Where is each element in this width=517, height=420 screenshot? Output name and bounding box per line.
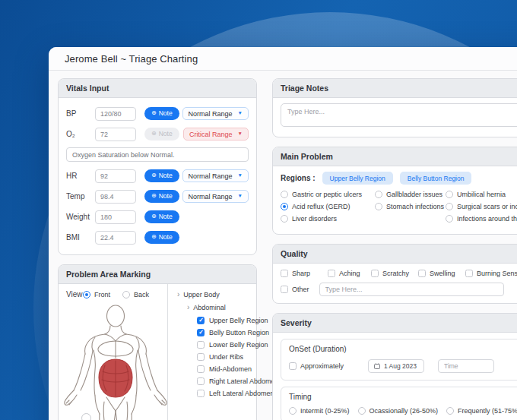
weight-value-input[interactable]: [95, 210, 136, 224]
checkbox-icon: [197, 377, 205, 385]
problem-area-title: Problem Area Marking: [59, 265, 256, 284]
region-checkbox-item[interactable]: Belly Button Region: [177, 329, 279, 336]
problem-area-panel: Problem Area Marking View Front Back: [58, 264, 257, 420]
chevron-down-icon: ▼: [238, 173, 243, 178]
vital-row-hr: HR ⊕Note Normal Range▼: [66, 166, 249, 186]
vital-row-bmi: BMI ⊕Note: [66, 227, 249, 248]
plus-circle-icon: ⊕: [151, 234, 157, 240]
region-chip[interactable]: Upper Belly Region: [322, 172, 393, 185]
checkbox-icon: [465, 270, 473, 277]
triage-notes-title: Triage Notes: [273, 79, 517, 98]
onset-time-input[interactable]: [438, 359, 494, 373]
o2-alert-note-input[interactable]: [66, 147, 249, 162]
region-checkbox-item[interactable]: Mid-Abdomen: [177, 365, 279, 373]
region-checkbox-item[interactable]: Lower Belly Region: [177, 341, 279, 349]
onset-date-picker[interactable]: 1 Aug 2023: [368, 359, 424, 373]
temp-label: Temp: [66, 192, 95, 201]
temp-range-select[interactable]: Normal Range▼: [182, 190, 249, 203]
radio-icon: [281, 191, 288, 198]
quality-title: Quality: [273, 245, 517, 264]
onset-title: OnSet (Duration): [289, 345, 517, 353]
o2-label: O₂: [66, 130, 95, 138]
plus-circle-icon: ⊕: [151, 193, 157, 199]
problem-radio-option[interactable]: Umbilical hernia: [446, 191, 517, 198]
timing-radio-option[interactable]: Ocassionally (26-50%): [358, 407, 439, 415]
hr-add-note-button[interactable]: ⊕Note: [144, 169, 179, 182]
severity-title: Severity: [273, 314, 517, 333]
bmi-value-input[interactable]: [95, 231, 136, 245]
problem-radio-option[interactable]: Acid reflux (GERD): [281, 203, 375, 210]
window-header: Jerome Bell ~ Triage Charting: [49, 47, 517, 71]
view-back-radio[interactable]: Back: [122, 291, 149, 298]
view-front-radio[interactable]: Front: [83, 291, 110, 298]
temp-add-note-button[interactable]: ⊕Note: [144, 190, 179, 203]
problem-radio-option[interactable]: Infections around the navel: [446, 215, 517, 223]
main-problem-panel: Main Problem Regions : Upper Belly Regio…: [272, 147, 517, 235]
region-checkbox-item[interactable]: Under Ribs: [177, 353, 279, 361]
radio-icon: [446, 203, 453, 210]
o2-value-input[interactable]: [95, 128, 136, 141]
chevron-right-icon: ›: [177, 291, 179, 298]
radio-icon: [358, 407, 366, 415]
triage-notes-panel: Triage Notes: [272, 78, 517, 137]
approximately-checkbox[interactable]: Approximately: [289, 362, 368, 370]
tree-node-abdominal[interactable]: › Abdominal: [177, 304, 279, 311]
region-checkbox-item[interactable]: Right Lateral Abdomen: [177, 377, 279, 385]
o2-range-select[interactable]: Critical Range▼: [183, 128, 249, 141]
quality-checkbox-sharp[interactable]: Sharp: [281, 270, 317, 277]
quality-checkbox-scratchy[interactable]: Scratchy: [371, 270, 408, 277]
quality-other-input[interactable]: [319, 283, 504, 296]
problem-radio-option[interactable]: Gallbladder issues: [375, 191, 446, 198]
radio-icon: [281, 215, 288, 223]
chevron-down-icon: ▼: [238, 111, 243, 116]
hr-value-input[interactable]: [95, 169, 136, 183]
hr-range-select[interactable]: Normal Range▼: [182, 169, 249, 182]
radio-icon: [289, 407, 297, 415]
checkbox-icon: [197, 317, 205, 324]
calendar-icon: [374, 363, 380, 369]
problem-radio-option[interactable]: Liver disorders: [281, 215, 375, 223]
checkbox-icon: [418, 270, 426, 277]
bmi-add-note-button[interactable]: ⊕Note: [144, 231, 179, 244]
quality-checkbox-aching[interactable]: Aching: [328, 270, 360, 277]
onset-section: OnSet (Duration) Approximately 1 Aug 202…: [281, 339, 517, 381]
temp-value-input[interactable]: [95, 190, 136, 204]
weight-add-note-button[interactable]: ⊕Note: [144, 210, 179, 223]
severity-panel: Severity OnSet (Duration) Approximately …: [272, 313, 517, 420]
radio-icon: [446, 191, 453, 198]
triage-charting-window: Jerome Bell ~ Triage Charting Vitals Inp…: [49, 47, 517, 420]
figure-control-handle[interactable]: [81, 413, 91, 420]
timing-radio-option[interactable]: Frequently (51-75%): [446, 407, 517, 415]
checkbox-icon: [289, 362, 297, 370]
regions-label: Regions :: [281, 174, 316, 182]
problem-radio-option[interactable]: Gastric or peptic ulcers: [281, 191, 375, 198]
tree-node-upper-body[interactable]: › Upper Body: [177, 291, 279, 298]
timing-radio-option[interactable]: Intermit (0-25%): [289, 407, 350, 415]
quality-checkbox-other[interactable]: Other: [281, 286, 309, 293]
weight-label: Weight: [66, 213, 95, 221]
quality-checkbox-burning[interactable]: Burning Sensation: [465, 270, 517, 277]
vitals-input-panel: Vitals Input BP ⊕Note Normal Range▼ O₂: [58, 78, 257, 255]
bp-add-note-button[interactable]: ⊕Note: [144, 107, 179, 120]
bp-range-select[interactable]: Normal Range▼: [182, 107, 249, 120]
chevron-down-icon: ▼: [238, 131, 243, 137]
main-problem-title: Main Problem: [273, 147, 517, 166]
bp-value-input[interactable]: [95, 107, 136, 121]
vital-row-temp: Temp ⊕Note Normal Range▼: [66, 186, 249, 207]
region-chip[interactable]: Belly Button Region: [400, 172, 472, 185]
problem-radio-option[interactable]: Stomach infections: [375, 203, 446, 210]
region-checkbox-item[interactable]: Left Lateral Abdomen: [177, 390, 279, 397]
quality-checkbox-swelling[interactable]: Swelling: [418, 270, 455, 277]
chevron-right-icon: ›: [187, 304, 189, 311]
bp-label: BP: [66, 109, 95, 118]
region-checkbox-item[interactable]: Upper Belly Region: [177, 317, 279, 324]
checkbox-icon: [197, 390, 205, 397]
radio-icon: [122, 291, 130, 298]
triage-notes-textarea[interactable]: [281, 103, 517, 127]
checkbox-icon: [197, 341, 205, 349]
vital-row-bp: BP ⊕Note Normal Range▼: [66, 103, 249, 124]
problem-radio-option[interactable]: Surgical scars or incisions: [446, 203, 517, 210]
page-title: Jerome Bell ~ Triage Charting: [65, 53, 517, 65]
view-label: View: [66, 290, 83, 298]
body-diagram[interactable]: [59, 303, 168, 420]
